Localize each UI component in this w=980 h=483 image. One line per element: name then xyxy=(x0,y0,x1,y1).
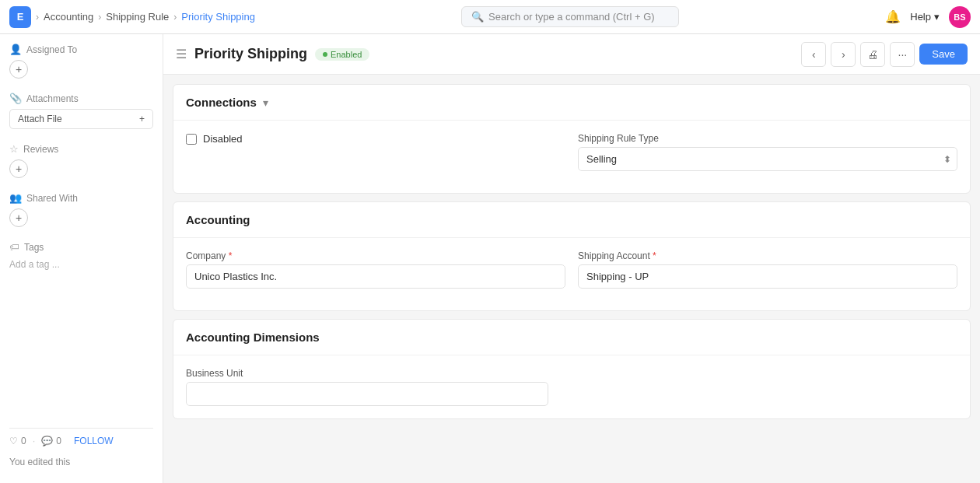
breadcrumb-area: E › Accounting › Shipping Rule › Priorit… xyxy=(9,6,255,28)
company-label: Company * xyxy=(186,250,565,261)
shipping-account-field-group: Shipping Account * xyxy=(578,250,957,289)
sep2: › xyxy=(98,12,101,23)
likes-button[interactable]: ♡ 0 xyxy=(9,436,26,446)
company-input[interactable] xyxy=(186,264,565,289)
help-button[interactable]: Help ▾ xyxy=(910,11,940,23)
page-header: ☰ Priority Shipping Enabled ‹ › 🖨 ··· Sa… xyxy=(163,34,980,75)
group-icon: 👥 xyxy=(9,192,22,204)
connections-card-body: Disabled Shipping Rule Type Selling Buyi… xyxy=(173,121,970,193)
accounting-dimensions-body: Business Unit xyxy=(173,355,970,418)
reviews-label: Reviews xyxy=(23,144,58,155)
shipping-rule-type-select[interactable]: Selling Buying xyxy=(578,147,957,171)
connections-title: Connections xyxy=(186,96,257,109)
company-field-group: Company * xyxy=(186,250,565,289)
search-bar[interactable]: 🔍 Search or type a command (Ctrl + G) xyxy=(461,6,679,27)
accounting-dimensions-title: Accounting Dimensions xyxy=(186,331,320,344)
attachments-header: 📎 Attachments xyxy=(9,93,153,104)
enabled-dot xyxy=(323,52,327,57)
add-review-button[interactable]: + xyxy=(9,159,28,178)
business-unit-label: Business Unit xyxy=(186,368,957,379)
shared-with-section: 👥 Shared With + xyxy=(9,192,153,227)
reviews-section: ☆ Reviews + xyxy=(9,143,153,178)
tag-icon: 🏷 xyxy=(9,241,19,253)
attach-file-plus-icon: + xyxy=(139,114,145,124)
top-nav-right: 🔔 Help ▾ BS xyxy=(885,6,971,28)
paperclip-icon: 📎 xyxy=(9,93,22,104)
comments-count: 0 xyxy=(56,436,61,446)
attachments-label: Attachments xyxy=(26,93,79,104)
shipping-rule-type-group: Shipping Rule Type Selling Buying ⬍ xyxy=(578,133,957,171)
tags-header: 🏷 Tags xyxy=(9,241,153,253)
dot-separator: · xyxy=(33,435,36,446)
add-tag-input[interactable]: Add a tag ... xyxy=(9,257,153,271)
prev-button[interactable]: ‹ xyxy=(801,42,826,67)
right-pane: ☰ Priority Shipping Enabled ‹ › 🖨 ··· Sa… xyxy=(163,34,980,483)
accounting-dimensions-card: Accounting Dimensions Business Unit xyxy=(173,319,971,419)
shipping-rule-type-select-wrapper: Selling Buying ⬍ xyxy=(578,147,957,171)
print-button[interactable]: 🖨 xyxy=(860,42,885,67)
breadcrumb-current: Priority Shipping xyxy=(181,11,255,23)
search-area: 🔍 Search or type a command (Ctrl + G) xyxy=(255,6,885,27)
search-placeholder: Search or type a command (Ctrl + G) xyxy=(488,11,655,23)
sidebar: 👤 Assigned To + 📎 Attachments Attach Fil… xyxy=(0,34,163,483)
page-title: Priority Shipping xyxy=(194,46,307,62)
add-assigned-button[interactable]: + xyxy=(9,60,28,79)
follow-button[interactable]: FOLLOW xyxy=(74,436,114,446)
heart-icon: ♡ xyxy=(9,436,18,446)
disabled-checkbox[interactable] xyxy=(186,134,197,145)
accounting-title: Accounting xyxy=(186,213,250,226)
likes-count: 0 xyxy=(21,436,26,446)
assigned-to-label: Assigned To xyxy=(26,44,77,55)
attach-file-button[interactable]: Attach File + xyxy=(9,109,153,129)
hamburger-icon[interactable]: ☰ xyxy=(176,47,187,61)
breadcrumb-accounting[interactable]: Accounting xyxy=(44,11,93,23)
attach-file-label: Attach File xyxy=(18,114,62,124)
save-button[interactable]: Save xyxy=(919,44,968,65)
bell-icon[interactable]: 🔔 xyxy=(885,9,901,24)
star-icon: ☆ xyxy=(9,143,19,155)
edited-text: You edited this xyxy=(9,457,70,467)
breadcrumb-shipping-rule[interactable]: Shipping Rule xyxy=(106,11,169,23)
shipping-rule-type-label: Shipping Rule Type xyxy=(578,133,957,144)
assigned-to-section: 👤 Assigned To + xyxy=(9,44,153,79)
disabled-label: Disabled xyxy=(203,133,243,145)
main-layout: 👤 Assigned To + 📎 Attachments Attach Fil… xyxy=(0,34,980,483)
shipping-account-input[interactable] xyxy=(578,264,957,289)
accounting-dimensions-header: Accounting Dimensions xyxy=(173,320,970,355)
company-required-star: * xyxy=(229,250,233,261)
disabled-field-group: Disabled xyxy=(186,133,565,171)
content-area: Connections ▾ Disabled Shipping Rule Typ… xyxy=(163,75,980,429)
shared-with-label: Shared With xyxy=(26,193,78,204)
connections-collapse-icon[interactable]: ▾ xyxy=(263,96,268,109)
chevron-down-icon: ▾ xyxy=(934,11,940,23)
help-label: Help xyxy=(910,11,931,23)
assigned-to-header: 👤 Assigned To xyxy=(9,44,153,55)
reviews-header: ☆ Reviews xyxy=(9,143,153,155)
comments-button[interactable]: 💬 0 xyxy=(41,436,61,446)
sep1: › xyxy=(36,12,39,23)
shipping-account-label: Shipping Account * xyxy=(578,250,957,261)
business-unit-input[interactable] xyxy=(186,382,548,406)
person-icon: 👤 xyxy=(9,44,22,55)
status-badge: Enabled xyxy=(315,48,369,61)
status-label: Enabled xyxy=(331,50,362,59)
accounting-card-header: Accounting xyxy=(173,202,970,238)
more-options-button[interactable]: ··· xyxy=(890,42,915,67)
sep3: › xyxy=(173,12,177,23)
bottom-bar: ♡ 0 · 💬 0 FOLLOW You edited this xyxy=(9,428,153,474)
page-header-right: ‹ › 🖨 ··· Save xyxy=(801,42,968,67)
page-header-left: ☰ Priority Shipping Enabled xyxy=(176,46,369,62)
next-button[interactable]: › xyxy=(831,42,856,67)
accounting-card-body: Company * Shipping Account * xyxy=(173,238,970,310)
disabled-row: Disabled xyxy=(186,133,565,145)
search-icon: 🔍 xyxy=(471,11,484,23)
page-header-wrapper: ☰ Priority Shipping Enabled ‹ › 🖨 ··· Sa… xyxy=(163,34,980,75)
connections-fields-row: Disabled Shipping Rule Type Selling Buyi… xyxy=(186,133,957,171)
add-shared-button[interactable]: + xyxy=(9,208,28,227)
app-icon: E xyxy=(9,6,31,28)
shipping-account-required-star: * xyxy=(653,250,656,261)
accounting-card: Accounting Company * Sh xyxy=(173,201,971,311)
tags-section: 🏷 Tags Add a tag ... xyxy=(9,241,153,271)
top-nav: E › Accounting › Shipping Rule › Priorit… xyxy=(0,0,980,34)
shared-with-header: 👥 Shared With xyxy=(9,192,153,204)
